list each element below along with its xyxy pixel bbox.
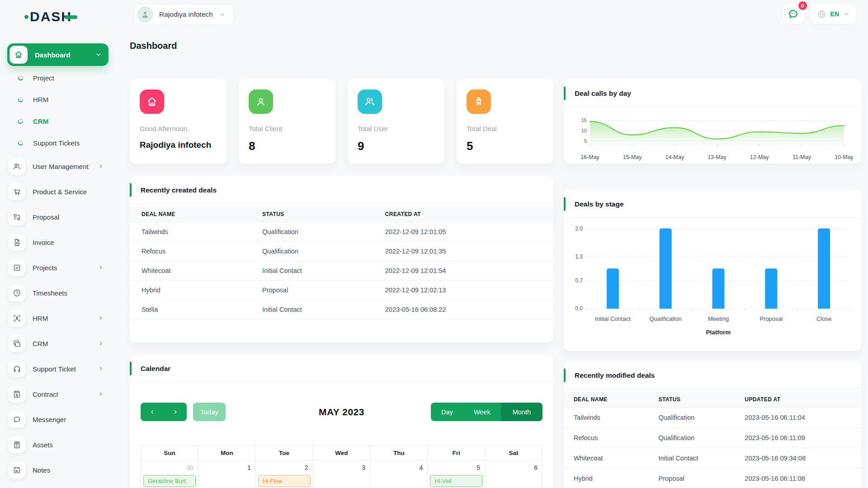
calendar-today-button[interactable]: Today [193, 403, 226, 421]
svg-text:16-May: 16-May [580, 154, 599, 160]
sidebar-item-support-ticket[interactable]: Support Ticket [7, 356, 108, 381]
table-head: DEAL NAMESTATUSCREATED AT [130, 206, 553, 222]
calendar-day-cell[interactable]: 2Hi-Flow [255, 460, 313, 488]
sidebar-subitem-crm[interactable]: CRM [7, 110, 108, 132]
calendar-prev-button[interactable] [141, 403, 164, 421]
table-cell: 2022-12-09 12:01:54 [373, 261, 553, 281]
calendar-day-cell[interactable]: 3 [313, 460, 370, 488]
panel-title: Deal calls by day [575, 89, 631, 97]
sidebar-item-invoice[interactable]: Invoice [7, 230, 108, 255]
table-row: HybridProposal2023-05-16 06:11:08 [564, 469, 861, 488]
svg-text:Initial Contact: Initial Contact [595, 315, 631, 322]
calendar-event[interactable]: Hi-Flow [258, 475, 311, 487]
app-logo[interactable]: DASH [24, 9, 77, 24]
svg-text:Platform: Platform [706, 329, 731, 336]
chevron-right-icon [98, 163, 104, 169]
chat-icon [788, 9, 799, 20]
cart-icon [13, 188, 21, 196]
check-square-icon-tile [8, 259, 25, 276]
panel-header: Deal calls by day [564, 80, 861, 106]
column-header: STATUS [250, 206, 373, 222]
table-cell: Qualification [649, 428, 735, 448]
sidebar-item-user-management[interactable]: User Management [7, 154, 108, 179]
deals-by-stage-bar-chart: 0.00.71.32.0Initial ContactQualification… [570, 221, 855, 342]
stat-card-total-client: Total Client8 [239, 80, 335, 164]
sidebar-item-hrm[interactable]: HRM [7, 305, 108, 331]
sidebar-item-timesheets[interactable]: Timesheets [7, 280, 108, 305]
sidebar-item-assets[interactable]: Assets [7, 432, 108, 457]
sidebar-item-label: Dashboard [35, 51, 70, 59]
calculator-icon [13, 441, 21, 449]
sidebar-item-crm[interactable]: CRM [7, 331, 108, 356]
sidebar-item-proposal[interactable]: Proposal [7, 204, 108, 230]
home-icon [140, 89, 164, 114]
message-icon-tile [8, 411, 25, 428]
note-icon [13, 466, 21, 474]
sidebar-subitem-project[interactable]: Project [7, 67, 108, 89]
table-cell: Initial Contact [250, 261, 373, 281]
recently-created-deals-table: DEAL NAMESTATUSCREATED ATTailwindsQualif… [130, 206, 553, 319]
calendar-event[interactable]: Geraldine Burt [143, 475, 196, 487]
calendar-day-cell[interactable]: 4 [370, 460, 428, 488]
stat-label: Total Deal [467, 125, 543, 132]
stat-value: Rajodiya infotech [140, 140, 217, 150]
copy-icon-tile [8, 335, 25, 352]
table-cell: Qualification [649, 408, 735, 428]
chevron-right-icon [98, 366, 104, 372]
svg-text:13-May: 13-May [708, 154, 726, 160]
calendar-body: 30Geraldine Burt12Hi-Flow345Hi-Veil6 [141, 460, 542, 488]
rocket-icon [467, 89, 491, 114]
sidebar-item-label: Invoice [33, 239, 54, 246]
chevron-left-icon [149, 409, 156, 415]
weekday-header: Sat [485, 446, 542, 460]
calendar-view-week[interactable]: Week [463, 403, 501, 421]
calendar-day-cell[interactable]: 1 [198, 460, 255, 488]
language-selector[interactable]: EN [811, 4, 856, 24]
sidebar-item-dashboard[interactable]: Dashboard [7, 43, 108, 66]
sidebar-subitem-label: CRM [33, 117, 48, 125]
calendar-view-day[interactable]: Day [431, 403, 463, 421]
chevron-right-icon [98, 340, 104, 347]
sidebar-item-messenger[interactable]: Messenger [7, 407, 108, 432]
table-cell: 2022-12-09 12:01:35 [373, 242, 553, 261]
sidebar-item-product-service[interactable]: Product & Service [7, 179, 108, 204]
save-icon [13, 390, 21, 399]
bullet-icon [17, 118, 24, 125]
users-icon [358, 89, 382, 114]
panel-title: Deals by stage [575, 200, 624, 208]
recently-modified-deals-panel: Recently modified deals DEAL NAMESTATUSU… [564, 361, 861, 488]
table-cell: Whitecoat [130, 261, 250, 281]
calendar-next-button[interactable] [164, 403, 187, 421]
logo-dot-icon [24, 15, 28, 19]
table-cell: 2023-05-16 06:08:22 [373, 300, 553, 319]
messages-button[interactable]: 0 [783, 4, 804, 24]
company-selector[interactable]: Rajodiya infotech [134, 4, 234, 25]
calendar-day-cell[interactable]: 5Hi-Veil [428, 460, 485, 488]
globe-icon [817, 9, 826, 19]
column-header: STATUS [649, 392, 735, 408]
sidebar-item-label: Messenger [33, 416, 66, 423]
calendar-day-cell[interactable]: 30Geraldine Burt [141, 460, 198, 488]
bullet-icon [17, 75, 24, 81]
deal-calls-line-chart: 5101516-May15-May14-May13-May12-May11-Ma… [574, 109, 853, 161]
calendar-event[interactable]: Hi-Veil [430, 475, 482, 487]
table-row: HybridProposal2022-12-09 12:02:13 [130, 281, 553, 300]
recently-created-deals-panel: Recently created deals DEAL NAMESTATUSCR… [130, 176, 553, 343]
table-body: TailwindsQualification2023-05-16 06:11:0… [564, 408, 861, 488]
invoice-icon-tile [8, 234, 25, 251]
column-header: DEAL NAME [130, 206, 250, 222]
panel-header: Calendar [130, 355, 553, 382]
sidebar-subitem-support-tickets[interactable]: Support Tickets [7, 132, 108, 154]
svg-text:12-May: 12-May [750, 154, 769, 160]
sidebar-subitem-hrm[interactable]: HRM [7, 89, 108, 110]
invoice-icon [13, 238, 21, 247]
column-header: UPDATED AT [735, 392, 861, 408]
column-header: CREATED AT [373, 206, 553, 222]
calendar-day-cell[interactable]: 6 [485, 460, 542, 488]
stat-label: Total Client [249, 125, 326, 132]
sidebar-item-projects[interactable]: Projects [7, 255, 108, 280]
sidebar-item-contract[interactable]: Contract [7, 381, 108, 407]
check-square-icon [13, 263, 21, 272]
sidebar-item-notes[interactable]: Notes [7, 457, 108, 483]
calendar-view-month[interactable]: Month [501, 403, 542, 421]
